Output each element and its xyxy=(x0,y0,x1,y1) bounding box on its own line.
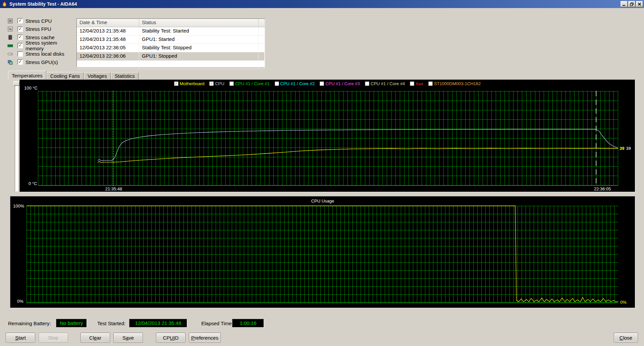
tab-statistics[interactable]: Statistics xyxy=(111,72,139,79)
cpu-current-temp: 39 xyxy=(626,146,631,151)
stress-options-list: ✓Stress CPU%✓Stress FPU✓Stress cache✓Str… xyxy=(7,17,76,66)
elapsed-time-value: 1:00:16 xyxy=(232,319,264,328)
legend-checkbox[interactable] xyxy=(320,81,324,86)
legend-checkbox[interactable] xyxy=(410,81,414,86)
log-cell-datetime: 12/04/2013 21:35:48 xyxy=(77,27,139,35)
legend-item: ST1000DM003-1CH162 xyxy=(428,81,481,86)
gpu-icon xyxy=(7,59,13,65)
stress-option-label: Stress local disks xyxy=(25,51,64,57)
log-column-header[interactable]: Date & Time xyxy=(77,19,139,27)
legend-checkbox[interactable]: ✓ xyxy=(174,81,178,86)
log-table-row[interactable] xyxy=(77,61,265,69)
tab-cooling-fans[interactable]: Cooling Fans xyxy=(47,72,84,79)
log-table-row[interactable]: 12/04/2013 22:36:06GPU1: Stopped xyxy=(77,52,265,61)
tab-temperatures[interactable]: Temperatures xyxy=(8,71,46,79)
save-button[interactable]: Save xyxy=(113,333,143,343)
cpu-usage-curve xyxy=(26,206,618,303)
legend-label: Motherboard xyxy=(180,81,205,86)
log-table-row[interactable]: 12/04/2013 21:35:48Stability Test: Start… xyxy=(77,27,265,36)
log-cell-spacer xyxy=(259,52,265,60)
window-controls xyxy=(621,1,643,7)
temperature-scale-slider-track[interactable] xyxy=(15,81,18,191)
start-button[interactable]: Start xyxy=(6,333,35,343)
tab-voltages[interactable]: Voltages xyxy=(84,72,111,79)
motherboard-current-temp: 39 xyxy=(620,146,624,151)
stress-option-label: Stress GPU(s) xyxy=(25,59,58,65)
test-start-time-label: 21:35:48 xyxy=(94,186,134,191)
window-title: System Stability Test - AIDA64 xyxy=(9,1,77,7)
legend-item: Aux xyxy=(410,81,423,86)
log-cell-spacer xyxy=(259,44,265,52)
cpu-usage-title: CPU Usage xyxy=(10,198,635,204)
flame-icon xyxy=(2,1,7,7)
restore-icon xyxy=(630,2,634,6)
temperature-scale-slider-thumb[interactable] xyxy=(13,81,19,86)
legend-label: CPU #1 / Core #1 xyxy=(235,81,270,86)
stress-option-row: %✓Stress FPU xyxy=(7,25,76,34)
preferences-button[interactable]: Preferences xyxy=(189,333,221,343)
usage-axis-min-label: 0% xyxy=(17,299,23,304)
minimize-button[interactable] xyxy=(621,1,628,7)
stress-option-row: ✓Stress CPU xyxy=(7,17,76,25)
legend-checkbox[interactable] xyxy=(275,81,279,86)
log-cell-status: GPU1: Stopped xyxy=(139,52,259,60)
legend-item: CPU #1 / Core #2 xyxy=(275,81,315,86)
log-cell-datetime xyxy=(77,61,139,69)
cpuid-button[interactable]: CPUID xyxy=(156,333,185,343)
log-cell-datetime: 12/04/2013 21:35:48 xyxy=(77,36,139,44)
log-cell-spacer xyxy=(259,61,265,69)
log-table-row[interactable]: 12/04/2013 21:35:48GPU1: Started xyxy=(77,36,265,44)
usage-current-value: 0% xyxy=(620,300,627,305)
stress-option-checkbox[interactable] xyxy=(17,51,23,57)
test-started-value: 12/04/2013 21:35:48 xyxy=(129,319,187,328)
stress-option-label: Stress FPU xyxy=(25,26,51,32)
temperature-curves xyxy=(38,91,618,185)
log-table-row[interactable]: 12/04/2013 22:36:05Stability Test: Stopp… xyxy=(77,44,265,52)
stress-option-checkbox[interactable]: ✓ xyxy=(17,59,23,65)
chart-tabs: TemperaturesCooling FansVoltagesStatisti… xyxy=(8,71,139,79)
stress-option-checkbox[interactable]: ✓ xyxy=(17,35,23,40)
stress-option-checkbox[interactable]: ✓ xyxy=(17,18,23,23)
stress-option-label: Stress CPU xyxy=(25,18,52,24)
log-cell-status: Stability Test: Stopped xyxy=(139,44,259,52)
stability-test-window: System Stability Test - AIDA64 ✓Stress C… xyxy=(0,0,644,346)
cpu-usage-plot-area xyxy=(26,206,618,303)
legend-label: ST1000DM003-1CH162 xyxy=(434,81,481,86)
legend-item: ✓CPU xyxy=(209,81,224,86)
log-column-header[interactable]: Status xyxy=(139,19,259,27)
close-icon xyxy=(637,2,642,6)
stress-option-row: ✓Stress system memory xyxy=(7,42,76,50)
legend-checkbox[interactable] xyxy=(428,81,433,86)
stop-button[interactable]: Stop xyxy=(39,333,68,343)
temperature-chart-panel: ✓Motherboard✓CPUCPU #1 / Core #1CPU #1 /… xyxy=(19,79,635,192)
log-cell-datetime: 12/04/2013 22:36:06 xyxy=(77,52,139,60)
legend-label: CPU xyxy=(215,81,224,86)
titlebar: System Stability Test - AIDA64 xyxy=(0,0,644,8)
legend-checkbox[interactable] xyxy=(365,81,369,86)
clear-button[interactable]: Clear xyxy=(80,333,110,343)
fpu-icon: % xyxy=(7,26,13,32)
stress-option-label: Stress cache xyxy=(25,35,55,40)
temp-axis-min-label: 0 °C xyxy=(29,181,37,186)
log-cell-spacer xyxy=(259,36,265,44)
memory-icon xyxy=(7,43,13,49)
event-log-table: Date & TimeStatus 12/04/2013 21:35:48Sta… xyxy=(76,18,265,67)
legend-checkbox[interactable]: ✓ xyxy=(209,81,214,86)
usage-axis-max-label: 100% xyxy=(13,204,24,209)
battery-value: No battery xyxy=(56,319,87,328)
legend-item: CPU #1 / Core #1 xyxy=(229,81,270,86)
legend-checkbox[interactable] xyxy=(229,81,234,86)
log-column-header[interactable] xyxy=(259,19,265,27)
restore-button[interactable] xyxy=(628,1,635,7)
cache-icon xyxy=(7,35,13,40)
stress-option-row: ✓Stress GPU(s) xyxy=(7,58,76,66)
legend-label: CPU #1 / Core #2 xyxy=(280,81,315,86)
close-window-button[interactable] xyxy=(636,1,643,7)
close-button[interactable]: Close xyxy=(614,333,638,343)
stress-option-checkbox[interactable]: ✓ xyxy=(17,43,23,48)
test-stop-time-label: 22:36:05 xyxy=(582,186,623,191)
log-cell-datetime: 12/04/2013 22:36:05 xyxy=(77,44,139,52)
elapsed-time-label: Elapsed Time: xyxy=(201,321,233,326)
stress-option-checkbox[interactable]: ✓ xyxy=(17,26,23,32)
log-cell-status: Stability Test: Started xyxy=(139,27,259,35)
